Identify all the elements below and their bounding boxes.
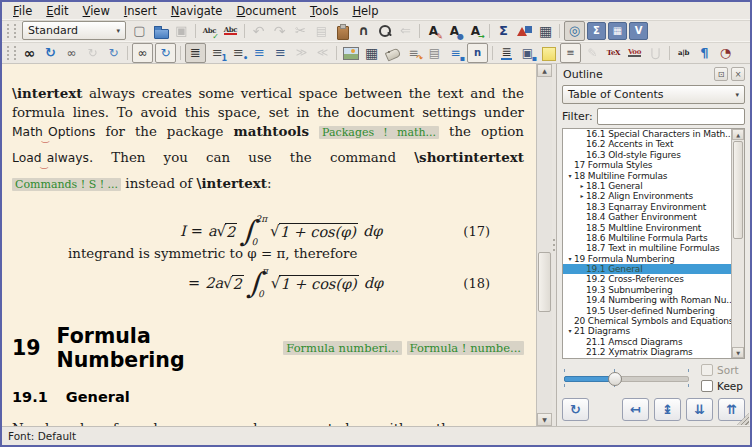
- keep-checkbox[interactable]: Keep: [701, 380, 743, 392]
- view-other-formats-icon[interactable]: ∞: [132, 43, 153, 63]
- insert-tex-icon[interactable]: TeX: [604, 44, 623, 62]
- insert-marginpar-icon[interactable]: ▣▪: [518, 44, 537, 62]
- toolbar-handle[interactable]: [7, 46, 16, 60]
- outline-item[interactable]: 18.3 Eqnarray Environment: [563, 202, 744, 212]
- menu-view[interactable]: View: [76, 3, 117, 19]
- paste-icon[interactable]: [333, 22, 352, 40]
- index-inset[interactable]: Formula numberi...: [283, 341, 401, 355]
- description-environment-icon[interactable]: ≡: [271, 44, 290, 62]
- outline-item[interactable]: 16.2 Accents in Text: [563, 139, 744, 149]
- view-icon[interactable]: ∞: [20, 44, 39, 62]
- undo-icon[interactable]: ↶: [249, 22, 268, 40]
- menu-navigate[interactable]: Navigate: [164, 3, 230, 19]
- menu-tools[interactable]: Tools: [303, 3, 345, 19]
- itemized-list-icon[interactable]: ≡•: [229, 44, 248, 62]
- outline-item[interactable]: 19.1 General: [563, 264, 744, 274]
- insert-footnote-icon[interactable]: n: [467, 43, 488, 63]
- find-replace-icon[interactable]: ∩: [354, 22, 373, 40]
- insert-file-icon[interactable]: ⋃: [646, 44, 665, 62]
- outline-scrollbar[interactable]: ▲ ▼: [731, 129, 744, 358]
- decrease-depth-icon[interactable]: ≪: [313, 44, 332, 62]
- expand-arrow-icon[interactable]: ▸: [578, 181, 586, 191]
- expand-arrow-icon[interactable]: ▸: [578, 191, 586, 201]
- outline-item[interactable]: ▾18 Multiline Formulas: [563, 171, 744, 181]
- emphasis-icon[interactable]: A✎: [424, 22, 443, 40]
- paragraph-style-selector[interactable]: Standard ▾: [22, 21, 126, 40]
- equation-17[interactable]: I = a √2 ∫ 2π0 √1 + cos(φ) dφ: [180, 214, 382, 248]
- statistics-icon[interactable]: ◔: [716, 44, 735, 62]
- filter-input[interactable]: [597, 108, 745, 125]
- outline-item[interactable]: 21.1 Amscd Diagrams: [563, 337, 744, 347]
- list-environment-icon[interactable]: ≡: [250, 44, 269, 62]
- collapse-arrow-icon[interactable]: ▾: [566, 326, 574, 336]
- insert-float-icon[interactable]: ≡▪: [446, 44, 465, 62]
- insert-box-icon[interactable]: ≡: [560, 43, 581, 63]
- open-document-icon[interactable]: [151, 22, 170, 40]
- math-display-block[interactable]: I = a √2 ∫ 2π0 √1 + cos(φ) dφ (17) integ…: [12, 198, 524, 310]
- collapse-arrow-icon[interactable]: ▾: [566, 254, 574, 264]
- toolbar-handle[interactable]: [7, 24, 16, 38]
- outline-item[interactable]: 19.3 Subnumbering: [563, 285, 744, 295]
- toggle-review-panel-button[interactable]: V: [629, 22, 648, 40]
- view-master-icon[interactable]: ∞: [62, 44, 81, 62]
- scroll-down-icon[interactable]: ▼: [732, 347, 744, 358]
- outline-item[interactable]: 18.4 Gather Environment: [563, 212, 744, 222]
- new-document-icon[interactable]: ▢: [130, 22, 149, 40]
- menu-help[interactable]: Help: [345, 3, 385, 19]
- insert-table-float-icon[interactable]: ▦: [362, 44, 381, 62]
- outline-item[interactable]: 16.1 Special Characters in Math...: [563, 129, 744, 139]
- outline-type-selector[interactable]: Table of Contents ▾: [562, 85, 745, 104]
- depth-slider[interactable]: [562, 368, 691, 388]
- numbered-list-icon[interactable]: ≡1: [208, 44, 227, 62]
- insert-hyperlink-icon[interactable]: ✎: [583, 44, 602, 62]
- apply-style-icon[interactable]: A→: [466, 22, 485, 40]
- insert-wrap-icon[interactable]: ≡↷: [404, 44, 423, 62]
- outline-item[interactable]: ▾19 Formula Numbering: [563, 254, 744, 264]
- outline-item[interactable]: ▸18.2 Align Environments: [563, 191, 744, 201]
- insert-math-icon[interactable]: Σ: [494, 22, 513, 40]
- document-scrollbar-thumb[interactable]: [538, 252, 551, 312]
- equation-18[interactable]: = 2a √2 ∫ π0 √1 + cos(φ) dφ: [188, 266, 383, 300]
- toggle-outline-button[interactable]: ◎: [564, 21, 585, 41]
- collapse-arrow-icon[interactable]: ▾: [566, 171, 574, 181]
- depth-slider-handle[interactable]: [608, 372, 622, 386]
- spellcheck-icon[interactable]: Abc✓: [200, 22, 219, 40]
- scroll-up-icon[interactable]: ▲: [537, 64, 552, 77]
- toggle-table-panel-button[interactable]: ▦: [608, 22, 627, 40]
- close-panel-icon[interactable]: ×: [731, 67, 745, 81]
- insert-table-icon[interactable]: ▦: [536, 22, 555, 40]
- update-icon[interactable]: ↻: [41, 44, 60, 62]
- outline-item[interactable]: 18.6 Multiline Formula Parts: [563, 233, 744, 243]
- toggle-math-panel-button[interactable]: Σ: [587, 22, 606, 40]
- menu-insert[interactable]: Insert: [117, 3, 164, 19]
- insert-graphics-icon[interactable]: [515, 22, 534, 40]
- outline-item[interactable]: 19.2 Cross-References: [563, 274, 744, 284]
- outline-item[interactable]: ▾21 Diagrams: [563, 326, 744, 336]
- outline-item[interactable]: 19.4 Numbering with Roman Nu...: [563, 295, 744, 305]
- outline-item[interactable]: 17 Formula Styles: [563, 160, 744, 170]
- float-panel-icon[interactable]: ⊡: [714, 67, 728, 81]
- insert-note-icon[interactable]: [539, 44, 558, 62]
- save-document-icon[interactable]: ▣: [172, 22, 191, 40]
- paragraph-settings-icon[interactable]: ¶: [695, 44, 714, 62]
- index-inset[interactable]: Formula ! numbe...: [407, 341, 524, 355]
- move-section-up-button[interactable]: ⇈: [718, 398, 745, 421]
- outline-item[interactable]: 16.3 Old-style Figures: [563, 150, 744, 160]
- scroll-down-icon[interactable]: ▼: [537, 413, 552, 426]
- insert-figure-icon[interactable]: [341, 44, 360, 62]
- scroll-up-icon[interactable]: ▲: [732, 129, 744, 140]
- update-master-icon[interactable]: ↻: [83, 44, 102, 62]
- redo-icon[interactable]: ↷: [270, 22, 289, 40]
- index-inset[interactable]: Commands ! S ! ...: [12, 178, 121, 191]
- index-inset[interactable]: Packages ! math...: [319, 126, 439, 139]
- update-outline-button[interactable]: ↻: [562, 398, 589, 421]
- update-other-formats-icon[interactable]: ↻: [155, 43, 176, 63]
- outline-item[interactable]: 20 Chemical Symbols and Equations: [563, 316, 744, 326]
- document-scrollbar[interactable]: ▲ ▼: [536, 64, 552, 426]
- menu-document[interactable]: Document: [229, 3, 303, 19]
- outline-scrollbar-thumb[interactable]: [733, 141, 743, 239]
- document-canvas[interactable]: \intertext always creates some vertical …: [2, 64, 536, 426]
- view-cycle-icon[interactable]: ↻: [104, 44, 123, 62]
- menu-file[interactable]: File: [6, 3, 39, 19]
- menu-edit[interactable]: Edit: [39, 3, 75, 19]
